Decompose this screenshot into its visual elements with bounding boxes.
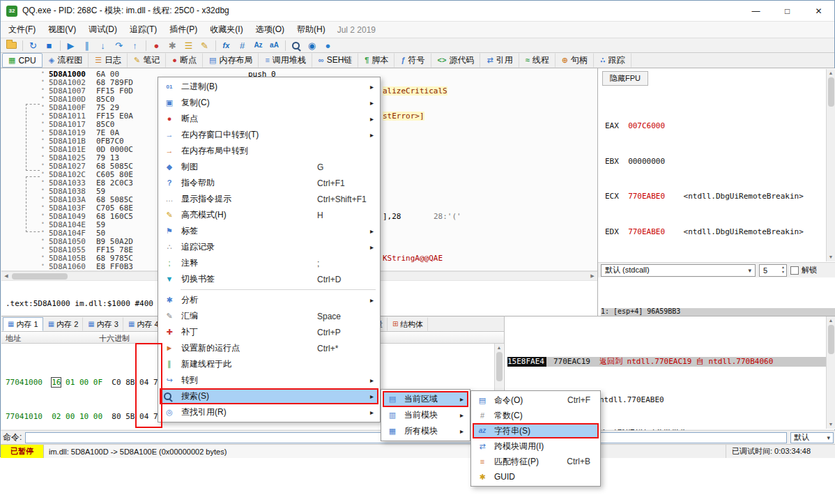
submenu-item[interactable]: ▥ 当前模块 ▸ [383, 407, 468, 423]
breakpoint-dot-icon[interactable]: • [41, 195, 45, 201]
breakpoint-dot-icon[interactable]: • [41, 137, 45, 143]
menubar-item[interactable]: 追踪(T) [123, 21, 163, 38]
breakpoint-dot-icon[interactable]: • [41, 86, 45, 93]
scroll-left-icon[interactable]: ◀ [1, 273, 11, 279]
context-menu-item[interactable]: ∥ 新建线程于此 [160, 356, 378, 372]
context-menu-item[interactable]: ◎ 查找引用(R) ▸ [160, 404, 378, 420]
animate-icon[interactable]: ● [148, 38, 164, 52]
argument-count-spinner[interactable]: 5 ▴▾ [759, 264, 787, 277]
submenu-item[interactable]: ▦ 所有模块 ▸ [383, 423, 468, 439]
menubar-item[interactable]: 文件(F) [2, 21, 42, 38]
breakpoint-dot-icon[interactable]: • [41, 95, 45, 101]
minimize-button[interactable]: — [740, 1, 772, 21]
view-tab[interactable]: ⊕ 句柄 [556, 53, 594, 68]
step-out-icon[interactable]: ↑ [127, 38, 143, 52]
view-tab[interactable]: ✎ 笔记 [128, 53, 166, 68]
breakpoint-dot-icon[interactable]: • [41, 220, 45, 227]
reference-icon[interactable]: ◉ [304, 38, 320, 52]
view-tab[interactable]: ▤ 内存布局 [203, 53, 259, 68]
breakpoint-dot-icon[interactable]: • [41, 254, 45, 260]
breakpoint-dot-icon[interactable]: • [41, 112, 45, 118]
scrollbar-thumb[interactable] [828, 77, 834, 107]
checkbox-icon[interactable] [790, 266, 799, 275]
scroll-down-icon[interactable]: ▼ [827, 253, 835, 261]
register-row[interactable]: EBX 00000000 [605, 158, 804, 167]
submenu-item[interactable]: ≡ 匹配特征(P) Ctrl+B [473, 454, 599, 469]
search-icon[interactable] [288, 38, 304, 52]
context-menu-item[interactable]: ⚑ 标签 ▸ [160, 223, 378, 239]
menubar-item[interactable]: 插件(P) [163, 21, 204, 38]
breakpoint-dot-icon[interactable]: • [41, 128, 45, 135]
scroll-down-icon[interactable]: ▼ [827, 420, 835, 429]
view-tab[interactable]: ƒ 符号 [394, 53, 431, 68]
restart-icon[interactable]: ↻ [25, 38, 41, 52]
register-row[interactable] [605, 473, 804, 482]
maximize-button[interactable]: □ [772, 1, 803, 21]
menubar-item[interactable]: 视图(V) [42, 21, 82, 38]
context-menu-item[interactable]: ∴ 追踪记录 ▸ [160, 239, 378, 255]
dump-tab[interactable]: ▦ 内存 2 [43, 317, 84, 331]
register-row[interactable]: EDX 770EABE0 <ntdll.DbgUiRemoteBreakin> [605, 228, 804, 237]
spinner-up-icon[interactable]: ▴ [781, 265, 786, 270]
context-menu-item[interactable]: ✱ 分析 ▸ [160, 292, 378, 308]
view-tab[interactable]: ¶ 脚本 [358, 53, 394, 68]
view-tab[interactable]: ⇄ 引用 [480, 53, 519, 68]
breakpoint-dot-icon[interactable]: • [41, 153, 45, 160]
scrollbar-thumb[interactable] [12, 273, 68, 280]
register-row[interactable]: ECX 770EABE0 <ntdll.DbgUiRemoteBreakin> [605, 192, 804, 201]
context-menu-item[interactable]: → 在内存布局中转到 [160, 143, 378, 159]
pause-icon[interactable]: ∥ [79, 38, 95, 52]
case-icon[interactable]: aA [266, 38, 282, 52]
context-menu-item[interactable]: ✎ 汇编 Space [160, 308, 378, 324]
submenu-item[interactable]: ▤ 命令(O) Ctrl+F [473, 392, 599, 408]
context-menu-item[interactable]: ? 指令帮助 Ctrl+F1 [160, 175, 378, 191]
dump-tab[interactable]: ⊞ 结构体 [388, 317, 428, 331]
submenu-item[interactable]: # 常数(C) [473, 408, 599, 423]
spinner-buttons[interactable]: ▴▾ [781, 265, 786, 275]
context-menu-item[interactable]: ✎ 高亮模式(H) H [160, 207, 378, 223]
run-icon[interactable]: ▶ [63, 38, 79, 52]
view-tab[interactable]: ▦ CPU [2, 53, 43, 68]
open-file-icon[interactable] [3, 38, 20, 52]
breakpoint-dot-icon[interactable]: • [41, 178, 45, 185]
notes-icon[interactable]: ✎ [197, 38, 213, 52]
scroll-up-icon[interactable]: ▲ [495, 344, 504, 352]
register-row[interactable]: EAX 007C6000 [605, 122, 804, 131]
step-into-icon[interactable]: ↓ [95, 38, 111, 52]
dump-tab[interactable]: ▦ 内存 3 [83, 317, 123, 331]
breakpoint-dot-icon[interactable]: • [41, 212, 45, 218]
breakpoint-dot-icon[interactable]: • [41, 170, 45, 176]
hide-fpu-button[interactable]: 隐藏FPU [602, 71, 648, 86]
stop-icon[interactable]: ■ [41, 38, 57, 52]
submenu-item[interactable]: ▤ 当前区域 ▸ [383, 391, 468, 407]
context-menu-item[interactable]: ; 注释 ; [160, 255, 378, 271]
breakpoint-dot-icon[interactable]: • [41, 262, 45, 268]
breakpoint-dot-icon[interactable]: • [41, 245, 45, 252]
step-over-icon[interactable]: ↷ [111, 38, 127, 52]
view-tab[interactable]: ≈ 线程 [519, 53, 556, 68]
registers-scrollbar[interactable]: ▲ ▼ [826, 69, 835, 261]
context-menu-item[interactable]: → 在内存窗口中转到(T) ▸ [160, 127, 378, 143]
close-button[interactable]: ✕ [803, 1, 834, 21]
view-tab[interactable]: ☰ 日志 [89, 53, 128, 68]
unlock-checkbox[interactable]: 解锁 [790, 265, 817, 275]
scroll-right-icon[interactable]: ▶ [588, 273, 597, 279]
context-menu-item[interactable]: ● 断点 ▸ [160, 111, 378, 127]
stack-scrollbar[interactable]: ▲ ▼ [826, 316, 835, 429]
context-menu-item[interactable]: 搜索(S) ▸ [160, 388, 378, 404]
spinner-down-icon[interactable]: ▾ [781, 270, 786, 275]
breakpoint-dot-icon[interactable]: • [41, 103, 45, 109]
breakpoint-dot-icon[interactable]: • [41, 162, 45, 168]
submenu-item[interactable]: ⇄ 跨模块调用(I) [473, 438, 599, 454]
scrollbar-thumb[interactable] [828, 325, 834, 354]
command-profile-select[interactable]: 默认 ▾ [790, 432, 834, 443]
view-tab[interactable]: ◈ 流程图 [43, 53, 89, 68]
submenu-item[interactable]: ✱ GUID [473, 469, 599, 484]
breakpoint-dot-icon[interactable]: • [41, 229, 45, 235]
breakpoint-dot-icon[interactable]: • [41, 70, 45, 76]
context-menu-item[interactable]: ▣ 复制(C) ▸ [160, 95, 378, 111]
context-menu-item[interactable]: 01 二进制(B) ▸ [160, 79, 378, 95]
breakpoint-dot-icon[interactable]: • [41, 187, 45, 193]
argument-row[interactable]: 1: [esp+4] 96A59BB3 [601, 308, 835, 316]
breakpoint-dot-icon[interactable]: • [41, 237, 45, 243]
